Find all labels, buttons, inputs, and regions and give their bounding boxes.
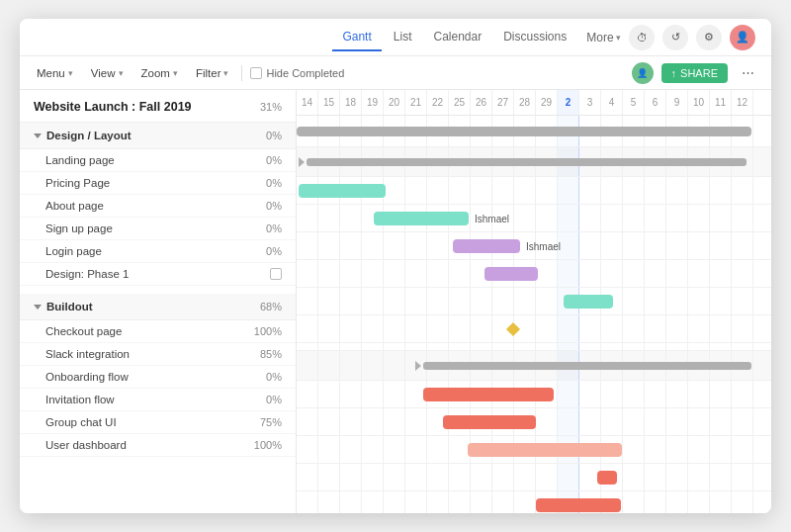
task-signup-page[interactable]: Sign up page 0% [20,218,296,240]
hide-completed-checkbox[interactable] [250,67,262,79]
gantt-cell [536,408,558,435]
gantt-cell [688,260,710,287]
gantt-cell [732,288,753,314]
gantt-cell [688,205,710,231]
gantt-cell [297,491,318,513]
gantt-bar[interactable] [297,127,751,136]
more-options-icon[interactable]: ⋯ [736,61,759,85]
gantt-date-col-11: 11 [710,90,732,115]
left-panel: Website Launch : Fall 2019 31% Design / … [20,90,297,513]
gantt-bar[interactable] [453,239,520,253]
gantt-date-col-12: 12 [732,90,753,115]
task-checkout-page[interactable]: Checkout page 100% [20,320,296,343]
tab-gantt[interactable]: Gantt [332,24,381,51]
gantt-cell [645,343,666,350]
task-about-page[interactable]: About page 0% [20,195,296,218]
gantt-cell [362,260,384,287]
gantt-bar[interactable] [374,212,469,225]
task-group-chat-ui[interactable]: Group chat UI 75% [20,411,296,434]
collaborator-avatar[interactable]: 👤 [632,62,654,84]
gantt-cell [558,205,579,231]
tab-discussions[interactable]: Discussions [493,24,576,51]
gantt-cell [732,436,753,463]
task-user-dashboard[interactable]: User dashboard 100% [20,434,296,457]
gantt-cell [492,491,514,513]
gantt-cell [710,205,732,231]
gantt-cell [297,260,318,287]
user-avatar[interactable]: 👤 [730,25,755,50]
gantt-bar[interactable] [564,295,613,309]
task-invitation-flow[interactable]: Invitation flow 0% [20,389,296,411]
gantt-cell [318,408,340,435]
gantt-bar[interactable] [443,415,536,429]
menu-button[interactable]: Menu ▾ [32,64,78,82]
gantt-cell [384,436,405,463]
gantt-cell [492,464,514,490]
section-buildout[interactable]: Buildout 68% [20,294,296,320]
gantt-bar[interactable] [597,471,617,485]
gantt-cell [449,464,471,490]
gantt-cell [688,177,710,204]
tab-calendar[interactable]: Calendar [423,24,491,51]
gantt-cell [645,205,666,231]
task-pricing-page[interactable]: Pricing Page 0% [20,172,296,195]
gantt-date-col-2: 2 [558,90,579,115]
gantt-cell [558,260,579,287]
gantt-date-col-6: 6 [645,90,666,115]
gantt-bar[interactable] [423,388,554,401]
zoom-button[interactable]: Zoom ▾ [136,64,183,82]
gantt-cell [710,315,732,342]
gantt-bar[interactable] [468,443,622,457]
tab-more[interactable]: More ▾ [578,25,628,50]
task-slack-integration[interactable]: Slack integration 85% [20,343,296,366]
gantt-bar[interactable] [299,184,386,198]
gantt-bar-label: Ishmael [526,240,561,251]
gantt-row-4: Ishmael [297,232,771,260]
gantt-bar[interactable] [423,362,751,370]
share-button[interactable]: ↑ SHARE [661,63,728,83]
gantt-cell [732,343,753,350]
gantt-date-col-14: 14 [297,90,318,115]
gantt-row-0 [297,116,771,147]
gantt-cell [405,464,427,490]
task-landing-page[interactable]: Landing page 0% [20,149,296,172]
gantt-cell [340,464,362,490]
gantt-cell [318,232,340,259]
gantt-cell [340,408,362,435]
section-design[interactable]: Design / Layout 0% [20,123,296,149]
gantt-cell [340,436,362,463]
settings-icon[interactable]: ⚙ [696,25,722,50]
share-icon: ↑ [671,67,677,79]
task-design-phase1[interactable]: Design: Phase 1 [20,263,296,286]
gantt-date-header: 141518192021222526272829234569101112 [297,90,771,116]
gantt-cell [514,464,536,490]
history-icon[interactable]: ⏱ [629,25,655,50]
gantt-cell [405,408,427,435]
gantt-cell [558,408,579,435]
design-phase1-checkbox[interactable] [270,268,282,280]
gantt-cell [514,205,536,231]
tab-list[interactable]: List [384,24,422,51]
gantt-cell [449,343,471,350]
gantt-cell [601,260,623,287]
gantt-cell [340,491,362,513]
gantt-bar[interactable] [484,267,538,281]
gantt-cell [297,436,318,463]
gantt-bar[interactable] [536,498,621,512]
gantt-date-col-22: 22 [427,90,449,115]
task-login-page[interactable]: Login page 0% [20,240,296,263]
chevron-down-icon: ▾ [616,33,621,43]
filter-button[interactable]: Filter ▾ [191,64,234,82]
hide-completed-toggle[interactable]: Hide Completed [250,67,344,79]
gantt-cell [536,343,558,350]
gantt-cell [688,491,710,513]
refresh-icon[interactable]: ↺ [662,25,688,50]
gantt-cell [666,177,688,204]
task-onboarding-flow[interactable]: Onboarding flow 0% [20,366,296,389]
gantt-cell [688,288,710,314]
view-button[interactable]: View ▾ [86,64,129,82]
gantt-bar[interactable] [307,158,747,166]
gantt-date-col-10: 10 [688,90,710,115]
gantt-cell [340,260,362,287]
gantt-cell [362,232,384,259]
